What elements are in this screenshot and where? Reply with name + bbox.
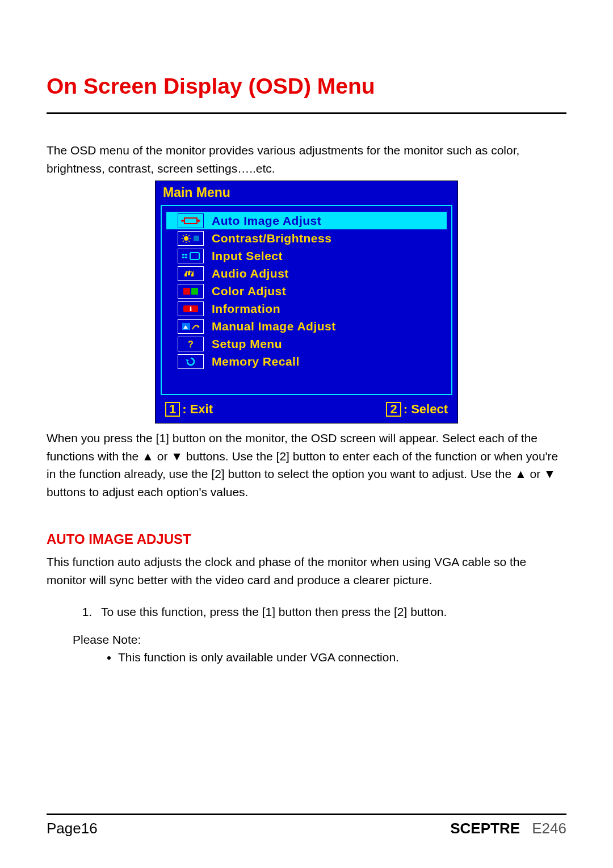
osd-body: Auto Image Adjust Contrast/Brightness In… <box>161 205 452 395</box>
color-icon <box>178 284 204 299</box>
memory-recall-icon <box>178 354 204 369</box>
osd-item-contrast[interactable]: Contrast/Brightness <box>166 229 447 247</box>
osd-item-information[interactable]: Information <box>166 300 447 317</box>
note-label: Please Note: <box>73 633 566 647</box>
page-footer: Page16 SCEPTRE E246 <box>47 814 566 837</box>
note-item: This function is only available under VG… <box>118 648 566 667</box>
osd-header: Main Menu <box>155 181 458 203</box>
page-title: On Screen Display (OSD) Menu <box>47 74 566 99</box>
brand: SCEPTRE <box>450 820 520 837</box>
osd-footer: 1: Exit 2: Select <box>155 399 458 423</box>
osd-item-label: Information <box>212 302 447 316</box>
title-divider <box>47 112 566 114</box>
svg-rect-14 <box>194 236 199 241</box>
osd-select-hint: 2: Select <box>386 402 448 417</box>
intro-paragraph: The OSD menu of the monitor provides var… <box>47 141 566 177</box>
audio-icon <box>178 266 204 281</box>
osd-item-label: Memory Recall <box>212 355 447 368</box>
osd-item-manual-image[interactable]: Manual Image Adjust <box>166 317 447 335</box>
osd-item-audio[interactable]: Audio Adjust <box>166 265 447 282</box>
svg-rect-15 <box>182 254 184 255</box>
osd-item-color[interactable]: Color Adjust <box>166 282 447 300</box>
osd-item-label: Color Adjust <box>212 284 447 298</box>
svg-rect-25 <box>190 308 192 311</box>
svg-rect-17 <box>185 254 187 255</box>
osd-item-setup[interactable]: ? Setup Menu <box>166 335 447 353</box>
key-1-icon: 1 <box>165 402 180 417</box>
osd-item-label: Setup Menu <box>212 337 447 351</box>
svg-point-5 <box>184 236 188 241</box>
svg-marker-30 <box>186 359 189 362</box>
svg-marker-3 <box>181 219 183 223</box>
svg-rect-16 <box>182 257 184 258</box>
section-heading: AUTO IMAGE ADJUST <box>47 531 566 547</box>
svg-rect-0 <box>184 218 197 224</box>
svg-rect-18 <box>185 257 187 258</box>
osd-item-memory-recall[interactable]: Memory Recall <box>166 353 447 370</box>
svg-text:?: ? <box>188 339 194 349</box>
note-list: This function is only available under VG… <box>47 648 566 667</box>
model: E246 <box>532 820 566 837</box>
brand-model: SCEPTRE E246 <box>450 820 566 837</box>
osd-menu: Main Menu Auto Image Adjust Contrast/Bri… <box>155 181 458 423</box>
key-2-icon: 2 <box>386 402 401 417</box>
osd-item-input-select[interactable]: Input Select <box>166 247 447 265</box>
osd-item-label: Manual Image Adjust <box>212 320 447 333</box>
osd-item-label: Auto Image Adjust <box>212 214 447 228</box>
svg-rect-22 <box>191 288 198 295</box>
manual-image-icon <box>178 319 204 334</box>
svg-line-10 <box>183 235 184 236</box>
svg-marker-4 <box>198 219 200 223</box>
steps-list: To use this function, press the [1] butt… <box>47 602 566 622</box>
osd-instructions: When you press the [1] button on the mon… <box>47 429 566 501</box>
section-body: This function auto adjusts the clock and… <box>47 553 566 589</box>
brightness-icon <box>178 231 204 246</box>
osd-item-label: Contrast/Brightness <box>212 232 447 245</box>
osd-item-label: Audio Adjust <box>212 267 447 280</box>
auto-image-icon <box>178 213 204 228</box>
footer-divider <box>47 814 566 815</box>
input-select-icon <box>178 249 204 263</box>
svg-point-24 <box>190 306 192 308</box>
svg-line-12 <box>183 241 184 242</box>
setup-icon: ? <box>178 337 204 351</box>
svg-line-11 <box>188 241 190 242</box>
osd-item-auto-image[interactable]: Auto Image Adjust <box>166 212 447 229</box>
svg-line-13 <box>188 235 190 236</box>
step-1: To use this function, press the [1] butt… <box>95 602 566 622</box>
info-icon <box>178 301 204 316</box>
osd-item-label: Input Select <box>212 249 447 263</box>
svg-rect-19 <box>190 253 199 259</box>
svg-rect-21 <box>183 288 190 295</box>
osd-exit-hint: 1: Exit <box>165 402 213 417</box>
page-number: Page16 <box>47 820 98 837</box>
